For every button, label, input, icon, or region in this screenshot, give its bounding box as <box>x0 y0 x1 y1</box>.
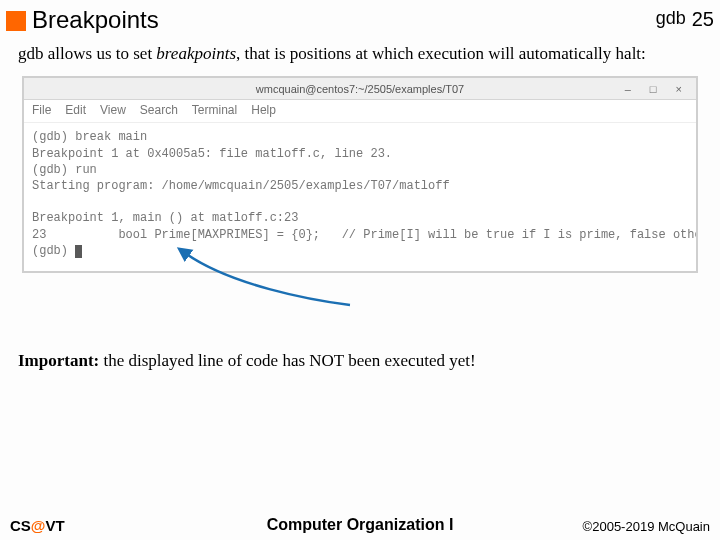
important-text: the displayed line of code has NOT been … <box>99 351 475 370</box>
menu-view: View <box>100 103 126 117</box>
term-line-3: Starting program: /home/wmcquain/2505/ex… <box>32 179 450 193</box>
accent-square <box>6 11 26 31</box>
terminal-menubar: File Edit View Search Terminal Help <box>24 100 696 123</box>
term-line-1: Breakpoint 1 at 0x4005a5: file matloff.c… <box>32 147 392 161</box>
terminal-cursor <box>75 245 82 258</box>
header-right: gdb 25 <box>656 6 714 31</box>
intro-post: , that is positions at which execution w… <box>236 44 646 63</box>
footer-center: Computer Organization I <box>267 516 454 534</box>
terminal-window-controls: – □ × <box>625 83 690 95</box>
intro-italic: breakpoints <box>156 44 236 63</box>
important-label: Important: <box>18 351 99 370</box>
term-line-2: (gdb) run <box>32 163 97 177</box>
header-left: Breakpoints <box>6 6 159 34</box>
intro-pre: gdb allows us to set <box>18 44 156 63</box>
terminal-body: (gdb) break main Breakpoint 1 at 0x4005a… <box>24 123 696 271</box>
menu-search: Search <box>140 103 178 117</box>
term-line-0: (gdb) break main <box>32 130 147 144</box>
menu-terminal: Terminal <box>192 103 237 117</box>
menu-file: File <box>32 103 51 117</box>
slide-header: Breakpoints gdb 25 <box>0 0 720 44</box>
page-number: 25 <box>692 8 714 31</box>
footer-at: @ <box>31 517 46 534</box>
terminal-titlebar: wmcquain@centos7:~/2505/examples/T07 – □… <box>24 78 696 100</box>
term-line-6: 23 bool Prime[MAXPRIMES] = {0}; // Prime… <box>32 228 696 242</box>
footer-vt: VT <box>45 517 64 534</box>
menu-edit: Edit <box>65 103 86 117</box>
intro-text: gdb allows us to set breakpoints, that i… <box>0 44 720 64</box>
topic-label: gdb <box>656 8 686 29</box>
slide-footer: CS@VT Computer Organization I ©2005-2019… <box>0 517 720 534</box>
important-note: Important: the displayed line of code ha… <box>0 351 720 371</box>
terminal-window: wmcquain@centos7:~/2505/examples/T07 – □… <box>22 76 698 273</box>
footer-cs: CS <box>10 517 31 534</box>
terminal-title: wmcquain@centos7:~/2505/examples/T07 <box>256 83 464 95</box>
term-line-5: Breakpoint 1, main () at matloff.c:23 <box>32 211 298 225</box>
menu-help: Help <box>251 103 276 117</box>
term-line-7: (gdb) <box>32 244 75 258</box>
footer-copyright: ©2005-2019 McQuain <box>583 519 710 534</box>
slide-title: Breakpoints <box>32 6 159 34</box>
footer-left: CS@VT <box>10 517 65 534</box>
